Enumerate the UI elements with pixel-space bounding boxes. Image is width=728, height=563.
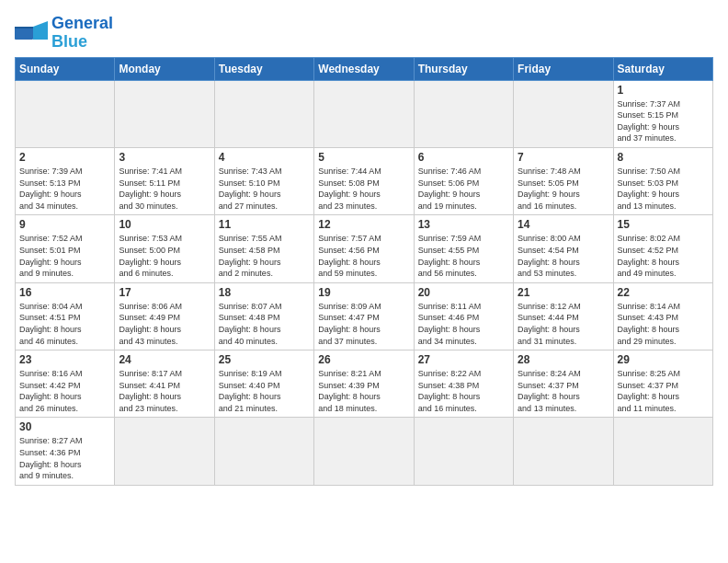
day-info: Sunrise: 8:06 AM Sunset: 4:49 PM Dayligh… bbox=[119, 301, 210, 347]
day-info: Sunrise: 8:02 AM Sunset: 4:52 PM Dayligh… bbox=[618, 233, 709, 279]
week-row-4: 16Sunrise: 8:04 AM Sunset: 4:51 PM Dayli… bbox=[16, 282, 713, 350]
svg-rect-0 bbox=[15, 27, 33, 40]
day-cell: 13Sunrise: 7:59 AM Sunset: 4:55 PM Dayli… bbox=[414, 215, 513, 282]
day-cell: 20Sunrise: 8:11 AM Sunset: 4:46 PM Dayli… bbox=[414, 282, 513, 350]
day-number: 23 bbox=[19, 353, 110, 366]
day-info: Sunrise: 8:27 AM Sunset: 4:36 PM Dayligh… bbox=[19, 435, 110, 481]
day-cell bbox=[613, 418, 712, 485]
week-row-1: 1Sunrise: 7:37 AM Sunset: 5:15 PM Daylig… bbox=[16, 80, 713, 147]
day-info: Sunrise: 8:04 AM Sunset: 4:51 PM Dayligh… bbox=[19, 301, 110, 347]
day-cell: 9Sunrise: 7:52 AM Sunset: 5:01 PM Daylig… bbox=[16, 215, 115, 282]
day-info: Sunrise: 7:57 AM Sunset: 4:56 PM Dayligh… bbox=[318, 233, 409, 279]
day-cell: 26Sunrise: 8:21 AM Sunset: 4:39 PM Dayli… bbox=[314, 350, 414, 418]
day-number: 15 bbox=[618, 218, 709, 231]
day-cell bbox=[115, 80, 214, 147]
day-cell bbox=[115, 418, 214, 485]
day-number: 2 bbox=[19, 151, 110, 164]
day-cell: 25Sunrise: 8:19 AM Sunset: 4:40 PM Dayli… bbox=[214, 350, 313, 418]
day-info: Sunrise: 7:53 AM Sunset: 5:00 PM Dayligh… bbox=[119, 233, 210, 279]
logo: General Blue bbox=[15, 15, 113, 52]
header-row: Sunday Monday Tuesday Wednesday Thursday… bbox=[16, 57, 713, 80]
day-info: Sunrise: 8:07 AM Sunset: 4:48 PM Dayligh… bbox=[219, 301, 310, 347]
col-saturday: Saturday bbox=[613, 57, 712, 80]
day-info: Sunrise: 8:14 AM Sunset: 4:43 PM Dayligh… bbox=[618, 301, 709, 347]
day-number: 6 bbox=[418, 151, 509, 164]
day-cell bbox=[414, 418, 513, 485]
week-row-2: 2Sunrise: 7:39 AM Sunset: 5:13 PM Daylig… bbox=[16, 147, 713, 214]
day-number: 8 bbox=[618, 151, 709, 164]
day-number: 7 bbox=[518, 151, 609, 164]
col-friday: Friday bbox=[514, 57, 613, 80]
col-tuesday: Tuesday bbox=[214, 57, 313, 80]
day-cell bbox=[314, 418, 414, 485]
day-cell: 7Sunrise: 7:48 AM Sunset: 5:05 PM Daylig… bbox=[514, 147, 613, 214]
day-number: 21 bbox=[518, 286, 609, 299]
day-cell: 10Sunrise: 7:53 AM Sunset: 5:00 PM Dayli… bbox=[115, 215, 214, 282]
day-cell: 11Sunrise: 7:55 AM Sunset: 4:58 PM Dayli… bbox=[214, 215, 313, 282]
day-cell: 21Sunrise: 8:12 AM Sunset: 4:44 PM Dayli… bbox=[514, 282, 613, 350]
day-number: 3 bbox=[119, 151, 210, 164]
day-cell: 3Sunrise: 7:41 AM Sunset: 5:11 PM Daylig… bbox=[115, 147, 214, 214]
day-info: Sunrise: 8:19 AM Sunset: 4:40 PM Dayligh… bbox=[219, 368, 310, 414]
day-number: 1 bbox=[618, 84, 709, 97]
day-info: Sunrise: 7:44 AM Sunset: 5:08 PM Dayligh… bbox=[318, 166, 409, 212]
day-info: Sunrise: 7:50 AM Sunset: 5:03 PM Dayligh… bbox=[618, 166, 709, 212]
page: General Blue Sunday Monday Tuesday Wedne… bbox=[0, 0, 728, 563]
day-cell: 28Sunrise: 8:24 AM Sunset: 4:37 PM Dayli… bbox=[514, 350, 613, 418]
day-number: 11 bbox=[219, 218, 310, 231]
day-info: Sunrise: 8:17 AM Sunset: 4:41 PM Dayligh… bbox=[119, 368, 210, 414]
day-cell: 16Sunrise: 8:04 AM Sunset: 4:51 PM Dayli… bbox=[16, 282, 115, 350]
day-number: 25 bbox=[219, 353, 310, 366]
day-number: 16 bbox=[19, 286, 110, 299]
day-cell bbox=[214, 418, 313, 485]
week-row-6: 30Sunrise: 8:27 AM Sunset: 4:36 PM Dayli… bbox=[16, 418, 713, 485]
day-info: Sunrise: 7:43 AM Sunset: 5:10 PM Dayligh… bbox=[219, 166, 310, 212]
logo-text: General Blue bbox=[51, 15, 113, 52]
day-cell: 22Sunrise: 8:14 AM Sunset: 4:43 PM Dayli… bbox=[613, 282, 712, 350]
day-cell: 14Sunrise: 8:00 AM Sunset: 4:54 PM Dayli… bbox=[514, 215, 613, 282]
svg-marker-1 bbox=[33, 21, 48, 40]
col-thursday: Thursday bbox=[414, 57, 513, 80]
day-info: Sunrise: 8:25 AM Sunset: 4:37 PM Dayligh… bbox=[618, 368, 709, 414]
day-info: Sunrise: 8:09 AM Sunset: 4:47 PM Dayligh… bbox=[318, 301, 409, 347]
day-info: Sunrise: 8:11 AM Sunset: 4:46 PM Dayligh… bbox=[418, 301, 509, 347]
col-wednesday: Wednesday bbox=[314, 57, 414, 80]
day-number: 14 bbox=[518, 218, 609, 231]
day-number: 17 bbox=[119, 286, 210, 299]
day-cell: 30Sunrise: 8:27 AM Sunset: 4:36 PM Dayli… bbox=[16, 418, 115, 485]
day-cell bbox=[514, 80, 613, 147]
day-number: 12 bbox=[318, 218, 409, 231]
day-cell bbox=[514, 418, 613, 485]
day-cell bbox=[214, 80, 313, 147]
day-info: Sunrise: 7:52 AM Sunset: 5:01 PM Dayligh… bbox=[19, 233, 110, 279]
day-number: 5 bbox=[318, 151, 409, 164]
week-row-5: 23Sunrise: 8:16 AM Sunset: 4:42 PM Dayli… bbox=[16, 350, 713, 418]
day-number: 29 bbox=[618, 353, 709, 366]
day-info: Sunrise: 7:55 AM Sunset: 4:58 PM Dayligh… bbox=[219, 233, 310, 279]
day-cell: 1Sunrise: 7:37 AM Sunset: 5:15 PM Daylig… bbox=[613, 80, 712, 147]
day-number: 13 bbox=[418, 218, 509, 231]
day-cell bbox=[414, 80, 513, 147]
day-cell: 8Sunrise: 7:50 AM Sunset: 5:03 PM Daylig… bbox=[613, 147, 712, 214]
day-cell bbox=[314, 80, 414, 147]
col-monday: Monday bbox=[115, 57, 214, 80]
day-number: 27 bbox=[418, 353, 509, 366]
day-cell: 15Sunrise: 8:02 AM Sunset: 4:52 PM Dayli… bbox=[613, 215, 712, 282]
calendar-table: Sunday Monday Tuesday Wednesday Thursday… bbox=[15, 57, 713, 486]
day-number: 26 bbox=[318, 353, 409, 366]
day-cell: 5Sunrise: 7:44 AM Sunset: 5:08 PM Daylig… bbox=[314, 147, 414, 214]
day-cell: 4Sunrise: 7:43 AM Sunset: 5:10 PM Daylig… bbox=[214, 147, 313, 214]
day-number: 18 bbox=[219, 286, 310, 299]
day-cell: 19Sunrise: 8:09 AM Sunset: 4:47 PM Dayli… bbox=[314, 282, 414, 350]
day-cell: 18Sunrise: 8:07 AM Sunset: 4:48 PM Dayli… bbox=[214, 282, 313, 350]
day-number: 9 bbox=[19, 218, 110, 231]
day-info: Sunrise: 7:46 AM Sunset: 5:06 PM Dayligh… bbox=[418, 166, 509, 212]
col-sunday: Sunday bbox=[16, 57, 115, 80]
day-number: 10 bbox=[119, 218, 210, 231]
day-number: 30 bbox=[19, 420, 110, 433]
day-cell: 2Sunrise: 7:39 AM Sunset: 5:13 PM Daylig… bbox=[16, 147, 115, 214]
day-number: 19 bbox=[318, 286, 409, 299]
day-info: Sunrise: 7:59 AM Sunset: 4:55 PM Dayligh… bbox=[418, 233, 509, 279]
svg-rect-2 bbox=[15, 27, 33, 29]
day-number: 4 bbox=[219, 151, 310, 164]
